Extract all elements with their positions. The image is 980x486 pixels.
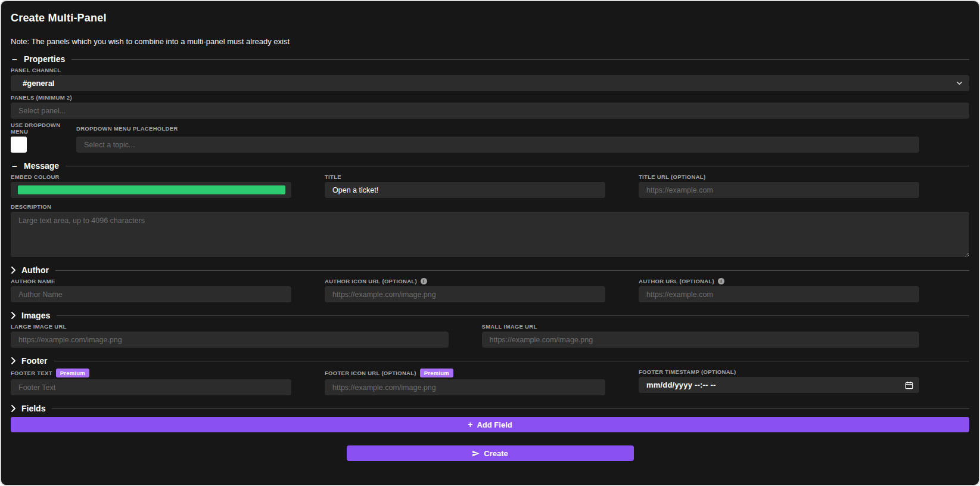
page-title: Create Multi-Panel	[11, 12, 969, 24]
author-section-header[interactable]: Author	[11, 265, 969, 275]
message-section-title: Message	[24, 161, 59, 171]
footer-text-label-text: FOOTER TEXT	[11, 370, 52, 376]
use-dropdown-checkbox[interactable]	[11, 137, 27, 153]
panel-channel-select[interactable]: #general	[11, 75, 969, 91]
properties-section-header[interactable]: − Properties	[11, 54, 969, 64]
author-icon-url-column: AUTHOR ICON URL (OPTIONAL) i	[325, 275, 605, 302]
footer-text-label: FOOTER TEXT Premium	[11, 369, 291, 377]
footer-icon-url-input[interactable]	[325, 379, 605, 395]
author-url-label-text: AUTHOR URL (OPTIONAL)	[639, 278, 714, 284]
premium-badge: Premium	[56, 369, 89, 377]
description-textarea[interactable]	[11, 212, 969, 257]
add-field-button[interactable]: + Add Field	[11, 417, 969, 432]
panels-minimum-label: PANELS (MINIMUM 2)	[11, 94, 969, 101]
use-dropdown-menu-label: USE DROPDOWN MENU	[11, 122, 76, 135]
footer-timestamp-label: FOOTER TIMESTAMP (OPTIONAL)	[639, 369, 919, 375]
fields-section-header[interactable]: Fields	[11, 404, 969, 413]
footer-section-header[interactable]: Footer	[11, 356, 969, 366]
panel-channel-select-wrap: #general	[11, 75, 969, 91]
send-icon	[472, 450, 480, 457]
large-image-url-label: LARGE IMAGE URL	[11, 323, 449, 330]
properties-section-title: Properties	[24, 54, 65, 64]
large-image-column: LARGE IMAGE URL	[11, 320, 449, 348]
author-section: Author AUTHOR NAME AUTHOR ICON URL (OPTI…	[11, 265, 969, 302]
description-label: DESCRIPTION	[11, 203, 969, 210]
title-column: TITLE	[325, 171, 605, 198]
dropdown-placeholder-input[interactable]	[76, 137, 919, 153]
fields-section: Fields + Add Field	[11, 404, 969, 432]
footer-timestamp-value: mm/dd/yyyy --:-- --	[646, 380, 715, 389]
create-multi-panel-page: Create Multi-Panel Note: The panels whic…	[0, 0, 980, 486]
chevron-right-icon	[11, 405, 16, 412]
title-input[interactable]	[325, 182, 605, 198]
author-name-column: AUTHOR NAME	[11, 275, 291, 302]
footer-text-input[interactable]	[11, 379, 291, 395]
title-url-column: TITLE URL (OPTIONAL)	[639, 171, 919, 198]
small-image-url-label: SMALL IMAGE URL	[482, 323, 920, 330]
images-section: Images LARGE IMAGE URL SMALL IMAGE URL	[11, 311, 969, 348]
collapse-minus-icon: −	[11, 55, 18, 64]
section-divider-line	[54, 361, 969, 361]
premium-badge: Premium	[420, 369, 453, 377]
page-note: Note: The panels which you wish to combi…	[11, 37, 969, 46]
info-icon[interactable]: i	[718, 278, 724, 284]
create-button-label: Create	[484, 449, 508, 458]
message-section-header[interactable]: − Message	[11, 161, 969, 171]
small-image-column: SMALL IMAGE URL	[482, 320, 920, 348]
dropdown-menu-row: USE DROPDOWN MENU DROPDOWN MENU PLACEHOL…	[11, 119, 919, 153]
chevron-right-icon	[11, 267, 16, 274]
info-icon[interactable]: i	[421, 278, 427, 284]
properties-section: − Properties PANEL CHANNEL #general PANE…	[11, 54, 969, 153]
images-fields-row: LARGE IMAGE URL SMALL IMAGE URL	[11, 320, 919, 348]
add-field-button-label: Add Field	[477, 420, 512, 429]
section-divider-line	[66, 166, 969, 166]
fields-section-title: Fields	[21, 404, 45, 413]
footer-fields-row: FOOTER TEXT Premium FOOTER ICON URL (OPT…	[11, 366, 919, 395]
author-url-label: AUTHOR URL (OPTIONAL) i	[639, 278, 919, 284]
message-fields-row: EMBED COLOUR TITLE TITLE URL (OPTIONAL)	[11, 171, 919, 198]
author-section-title: Author	[21, 265, 49, 275]
dropdown-menu-placeholder-label: DROPDOWN MENU PLACEHOLDER	[76, 122, 919, 135]
plus-icon: +	[468, 420, 472, 429]
author-name-label: AUTHOR NAME	[11, 278, 291, 284]
calendar-icon[interactable]	[905, 381, 913, 389]
images-section-header[interactable]: Images	[11, 311, 969, 320]
panels-select-input[interactable]	[11, 103, 969, 119]
images-section-title: Images	[21, 311, 50, 320]
author-url-input[interactable]	[639, 286, 919, 302]
section-divider-line	[55, 270, 969, 271]
author-icon-url-label: AUTHOR ICON URL (OPTIONAL) i	[325, 278, 605, 284]
title-label: TITLE	[325, 174, 605, 180]
small-image-url-input[interactable]	[482, 332, 920, 348]
message-section: − Message EMBED COLOUR TITLE TITLE URL (…	[11, 161, 969, 257]
embed-colour-column: EMBED COLOUR	[11, 171, 291, 198]
panel-channel-label: PANEL CHANNEL	[11, 67, 969, 73]
author-url-column: AUTHOR URL (OPTIONAL) i	[639, 275, 919, 302]
footer-icon-url-label-text: FOOTER ICON URL (OPTIONAL)	[325, 370, 416, 376]
section-divider-line	[52, 408, 969, 409]
chevron-right-icon	[11, 357, 16, 364]
footer-section: Footer FOOTER TEXT Premium FOOTER ICON U…	[11, 356, 969, 395]
author-icon-url-input[interactable]	[325, 286, 605, 302]
footer-icon-url-column: FOOTER ICON URL (OPTIONAL) Premium	[325, 366, 605, 395]
footer-timestamp-input[interactable]: mm/dd/yyyy --:-- --	[639, 377, 919, 393]
chevron-right-icon	[11, 312, 16, 319]
footer-section-title: Footer	[21, 356, 48, 366]
title-url-input[interactable]	[639, 182, 919, 198]
section-divider-line	[71, 59, 969, 60]
author-name-input[interactable]	[11, 286, 291, 302]
footer-timestamp-column: FOOTER TIMESTAMP (OPTIONAL) mm/dd/yyyy -…	[639, 366, 919, 395]
embed-colour-picker[interactable]	[11, 182, 291, 198]
footer-text-column: FOOTER TEXT Premium	[11, 366, 291, 395]
title-url-label: TITLE URL (OPTIONAL)	[639, 174, 919, 180]
footer-icon-url-label: FOOTER ICON URL (OPTIONAL) Premium	[325, 369, 605, 377]
author-icon-url-label-text: AUTHOR ICON URL (OPTIONAL)	[325, 278, 417, 284]
author-fields-row: AUTHOR NAME AUTHOR ICON URL (OPTIONAL) i…	[11, 275, 919, 302]
embed-colour-swatch	[18, 185, 285, 194]
section-divider-line	[57, 315, 969, 316]
embed-colour-label: EMBED COLOUR	[11, 174, 291, 180]
collapse-minus-icon: −	[11, 162, 18, 171]
use-dropdown-checkbox-cell	[11, 137, 76, 153]
create-button[interactable]: Create	[347, 445, 634, 461]
large-image-url-input[interactable]	[11, 332, 449, 348]
